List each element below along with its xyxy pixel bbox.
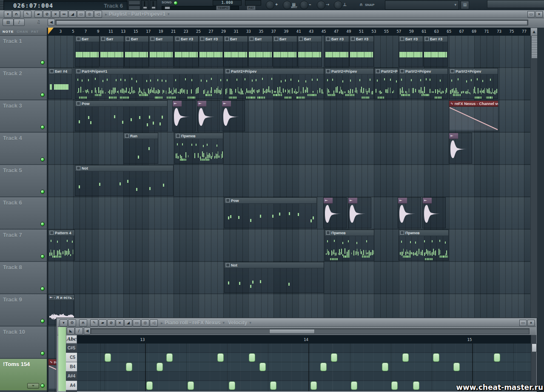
toolbar-button-delete-icon[interactable]: ⊘ [43, 11, 51, 18]
piano-roll-timeline-ruler[interactable]: 131415 [77, 335, 531, 344]
time-display-panel[interactable]: 026:07:004 Track 6 [3, 0, 128, 11]
toolbar-button-zoom-icon[interactable]: ◎ [85, 11, 94, 18]
toolbar-button-dropdown-arrow-icon[interactable]: ▾ [60, 319, 68, 327]
piano-note-A4[interactable] [146, 381, 153, 390]
tempo-display[interactable]: 1.000 [213, 0, 242, 6]
audio-clip-header[interactable]: ⇤ [173, 101, 182, 107]
audio-clip-header[interactable]: ⇤ [449, 133, 458, 139]
clip-header[interactable]: Бит [224, 36, 248, 42]
waveform-icon[interactable]: ≈ [27, 383, 39, 389]
clip-header[interactable]: Бит #3 [399, 36, 423, 42]
step-edit-icon[interactable] [300, 1, 308, 9]
clip-header[interactable]: Припев [325, 230, 374, 236]
clip-header[interactable]: Pow [225, 198, 316, 204]
vocal-clip-header[interactable]: ⇤- Я и есть ... [48, 295, 74, 301]
clip-Бит[interactable]: Бит [223, 36, 248, 67]
track-header-10[interactable]: Track 10 [0, 327, 47, 359]
toolbar-button-select-icon[interactable]: ▭ [77, 11, 85, 18]
master-slider-thumb[interactable] [165, 6, 170, 9]
track-header-6[interactable]: Track 6 [0, 197, 47, 230]
clip-Бит[interactable]: Бит [248, 36, 273, 67]
toolbar-button-magnet-icon[interactable]: ∩ [12, 11, 20, 18]
clip-header[interactable]: Part#2+Pripev [399, 68, 447, 74]
playlist-timeline-ruler[interactable]: 3579111315171921232527293133353739414345… [48, 28, 530, 36]
clip-Бит #3[interactable]: Бит #3 [399, 36, 423, 67]
track-enable-led[interactable] [40, 93, 45, 97]
clip-header[interactable]: Part#2+Pripev [225, 68, 324, 74]
clip-header[interactable]: Бит #3 [350, 36, 373, 42]
track-header-3[interactable]: Track 3 [0, 100, 47, 133]
piano-roll-titlebar[interactable]: ▾⚙∩✎▰⊘×◢▭◎◁ ▸ Piano roll - reFX Nexus ▾ … [57, 319, 536, 327]
snap-magnet-icon[interactable]: ∩ [359, 2, 363, 7]
audio-clip-header[interactable]: ⇤ [348, 198, 357, 204]
clip-Бит #3[interactable]: Бит #3 [174, 36, 199, 67]
track-header-5[interactable]: Track 5 [0, 165, 47, 197]
clip-audio[interactable]: ⇤ [422, 197, 446, 228]
audio-clip-header[interactable]: ⇤ [222, 101, 231, 107]
wait-icon[interactable] [283, 1, 291, 9]
toolbar-button-zoom-icon[interactable]: ◎ [141, 319, 149, 327]
toolbar-button-slice-icon[interactable]: ◢ [68, 11, 77, 18]
typing-keyboard-icon[interactable] [317, 1, 325, 9]
clip-Бит #3[interactable]: Бит #3 [423, 36, 448, 67]
toolbar-button-tools-wrench-icon[interactable]: ⚙ [68, 319, 76, 327]
tab-note[interactable]: NOTE [3, 30, 14, 34]
clip-Pow[interactable]: Pow [224, 197, 317, 228]
maximize-button[interactable]: ▭ [519, 320, 527, 326]
clip-Припев[interactable]: Припев [325, 230, 374, 261]
clip-Pattern 4[interactable]: Pattern 4 [48, 230, 75, 261]
clip-header[interactable]: Бит [248, 36, 272, 42]
record-icon[interactable] [266, 1, 274, 9]
clip-Part#2+Pripev[interactable]: Part#2+Pripev [325, 68, 374, 99]
track-enable-led[interactable] [40, 383, 45, 388]
piano-note-C5[interactable] [249, 353, 255, 362]
track-enable-led[interactable] [40, 60, 45, 65]
piano-note-B4[interactable] [382, 363, 388, 371]
stamp-icon[interactable] [334, 1, 342, 9]
clip-header[interactable]: Бит #4 [48, 68, 72, 74]
clip-header[interactable]: Припев [175, 133, 223, 139]
clip-audio[interactable]: ⇤ [398, 197, 421, 228]
audio-picker-button[interactable]: ♪ [14, 19, 25, 26]
piano-note-A4[interactable] [413, 381, 419, 390]
clip-Бит #3[interactable]: Бит #3 [325, 36, 349, 67]
piano-note-B4[interactable] [126, 363, 132, 371]
automation-clip-header[interactable]: ∿reFX Nexus - Channel volu... [449, 101, 498, 107]
scroll-up-button[interactable]: ▲ [530, 28, 538, 37]
pattern-display[interactable] [245, 0, 261, 6]
horizontal-scrollbar[interactable] [91, 328, 530, 334]
menu-button[interactable]: ▤ [461, 1, 469, 9]
horizontal-scrollbar[interactable] [55, 20, 528, 26]
clip-Припев[interactable]: Припев [174, 133, 223, 164]
toolbar-button-paint-icon[interactable]: ▰ [34, 11, 43, 18]
piano-note-B4[interactable] [157, 363, 163, 371]
clip-Ran[interactable]: Ran [123, 133, 158, 164]
clip-header[interactable]: Бит #3 [199, 36, 223, 42]
clip-Part#2+Pripev[interactable]: Part#2+Pripev [224, 68, 324, 99]
clip-reFX Nexus - Channel volu...[interactable]: ∿reFX Nexus - Channel volu... [449, 100, 498, 131]
playlist-titlebar[interactable]: ▾∩✎▰⊘×↔◢▭◎◁ ▸ Playlist - Part+Pripev#1 ▾… [0, 10, 544, 18]
toolbar-button-slice-icon[interactable]: ◢ [124, 319, 132, 327]
track-header-2[interactable]: Track 2 [0, 68, 47, 100]
clip-Pow[interactable]: Pow [75, 100, 168, 131]
clip-Бит #4[interactable]: Бит #4 [48, 68, 72, 99]
clip-header[interactable]: Part#2+Pripev [449, 68, 498, 74]
clip-header[interactable]: Not [225, 262, 324, 268]
track-enable-led[interactable] [40, 157, 45, 162]
clip-header[interactable]: Ran [124, 133, 158, 139]
clip-audio[interactable]: ⇤ [323, 197, 347, 228]
scroll-left-button[interactable]: ◀ [48, 19, 55, 26]
piano-note-A4[interactable] [270, 381, 276, 390]
toolbar-button-magnet-icon[interactable]: ∩ [79, 319, 87, 327]
piano-note-C5[interactable] [217, 353, 224, 362]
tab-chan[interactable]: CHAN [17, 30, 28, 34]
track-enable-led[interactable] [40, 287, 45, 291]
clip-Part+Pripev#1[interactable]: Part+Pripev#1 [75, 68, 224, 99]
piano-note-B4[interactable] [259, 363, 266, 371]
pitch-fader[interactable] [150, 0, 157, 11]
toolbar-button-draw-icon[interactable]: ✎ [23, 11, 31, 18]
clip-header[interactable]: Бит [273, 36, 297, 42]
clip-header[interactable]: Not [75, 165, 173, 171]
clip-header[interactable]: Бит [100, 36, 124, 42]
chevron-down-icon[interactable]: ▾ [249, 321, 251, 325]
